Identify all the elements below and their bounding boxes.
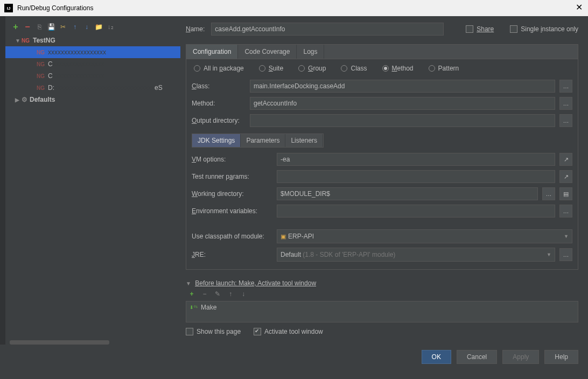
vm-options-label: VM options: <box>192 156 272 163</box>
sidebar: + − ⎘ 💾 ✂ ↑ ↓ 📁 ↓₂ ▼ NG TestNG NG xxxxxx… <box>5 16 180 345</box>
browse-output-button[interactable]: … <box>559 114 572 127</box>
settings-icon[interactable]: ✂ <box>58 22 68 32</box>
output-label: Output directory: <box>192 117 246 124</box>
expand-arrow-icon[interactable]: ▼ <box>15 38 22 44</box>
radio-class[interactable]: Class <box>341 65 367 72</box>
activate-tool-window-checkbox[interactable]: Activate tool window <box>254 328 323 335</box>
subtab-parameters[interactable]: Parameters <box>241 134 285 147</box>
module-icon: ▣ <box>281 233 286 240</box>
remove-config-icon[interactable]: − <box>23 22 32 32</box>
testng-icon: NG <box>22 38 30 44</box>
working-dir-input[interactable] <box>277 187 538 200</box>
browse-method-button[interactable]: … <box>559 97 572 110</box>
tree-item-prefix: C <box>48 60 53 68</box>
move-down-icon[interactable]: ↓ <box>82 22 92 32</box>
expand-vm-button[interactable]: ↗ <box>559 153 572 166</box>
radio-all-in-package[interactable]: All in package <box>194 65 244 72</box>
help-button[interactable]: Help <box>544 350 578 364</box>
testng-icon: NG <box>37 85 45 91</box>
browse-jre-button[interactable]: … <box>559 248 572 261</box>
classpath-module-select[interactable]: ▣ERP-API ▼ <box>277 229 572 243</box>
window-title: Run/Debug Configurations <box>17 4 93 12</box>
tree-item[interactable]: NG C xxxxxxxxxxxxxxxx <box>5 58 180 70</box>
tree-label: Defaults <box>30 96 55 103</box>
output-input[interactable] <box>250 114 555 127</box>
testng-icon: NG <box>37 73 45 79</box>
edit-task-icon[interactable]: ✎ <box>213 289 222 299</box>
radio-method[interactable]: Method <box>382 65 414 72</box>
tab-code-coverage[interactable]: Code Coverage <box>238 45 297 59</box>
jre-label: JRE: <box>192 251 272 258</box>
chevron-down-icon: ▼ <box>547 252 551 257</box>
obscured-text: xxxxxxxxxxxxxxxxxxxxxxxxxxxxxxx <box>54 84 155 92</box>
subtab-jdk[interactable]: JDK Settings <box>192 134 241 147</box>
vm-options-input[interactable] <box>277 153 555 166</box>
tab-configuration[interactable]: Configuration <box>186 45 238 59</box>
tree-node-testng[interactable]: ▼ NG TestNG <box>5 34 180 46</box>
jre-select[interactable]: Default (1.8 - SDK of 'ERP-API' module) … <box>277 248 555 262</box>
obscured-text: xxxxxxxxxxxxxxxxxx <box>48 48 106 56</box>
tree-item-prefix: D: <box>48 84 54 92</box>
sort-icon[interactable]: ↓₂ <box>106 22 115 32</box>
horizontal-scrollbar[interactable] <box>10 340 176 345</box>
add-task-icon[interactable]: + <box>187 289 197 299</box>
expand-runner-button[interactable]: ↗ <box>559 170 572 183</box>
browse-class-button[interactable]: … <box>559 80 572 93</box>
sub-tabs: JDK Settings Parameters Listeners <box>192 134 324 148</box>
config-tree: ▼ NG TestNG NG xxxxxxxxxxxxxxxxxx NG C x… <box>5 34 180 340</box>
test-kind-radios: All in package Suite Group Class Method … <box>186 59 578 78</box>
make-task-label: Make <box>201 304 216 311</box>
insert-macro-button[interactable]: ▤ <box>559 187 572 200</box>
method-input[interactable] <box>250 97 555 110</box>
expand-arrow-icon[interactable]: ▶ <box>15 97 22 103</box>
runner-params-input[interactable] <box>277 170 555 183</box>
tree-node-defaults[interactable]: ▶ ⚙ Defaults <box>5 94 180 106</box>
single-instance-checkbox[interactable]: Single instance only <box>510 25 578 33</box>
move-task-up-icon[interactable]: ↑ <box>226 289 235 299</box>
chevron-down-icon: ▼ <box>564 234 569 239</box>
cancel-button[interactable]: Cancel <box>457 350 497 364</box>
dialog-buttons: OK Cancel Apply Help <box>0 345 588 364</box>
copy-config-icon[interactable]: ⎘ <box>34 22 44 32</box>
close-icon[interactable]: ✕ <box>576 2 583 12</box>
working-dir-label: Working directory: <box>192 190 272 198</box>
class-input[interactable] <box>250 80 555 93</box>
app-icon: IJ <box>4 4 13 12</box>
move-up-icon[interactable]: ↑ <box>70 22 80 32</box>
save-config-icon[interactable]: 💾 <box>46 22 56 32</box>
show-page-checkbox[interactable]: Show this page <box>186 328 241 335</box>
add-config-icon[interactable]: + <box>11 22 20 32</box>
obscured-text: xxxxxxxxxxxxxxxx <box>53 60 104 68</box>
gear-icon: ⚙ <box>22 96 27 103</box>
radio-pattern[interactable]: Pattern <box>429 65 459 72</box>
list-item[interactable]: ⬇⁰¹ Make <box>190 304 575 311</box>
tree-item[interactable]: NG xxxxxxxxxxxxxxxxxx <box>5 46 180 58</box>
remove-task-icon[interactable]: − <box>200 289 209 299</box>
env-vars-label: Environment variables: <box>192 207 272 215</box>
share-checkbox[interactable]: Share <box>466 25 494 33</box>
runner-params-label: Test runner params: <box>192 173 272 180</box>
name-label: Name: <box>186 25 205 33</box>
testng-icon: NG <box>37 61 45 67</box>
move-task-down-icon[interactable]: ↓ <box>239 289 248 299</box>
subtab-listeners[interactable]: Listeners <box>285 134 323 147</box>
apply-button[interactable]: Apply <box>502 350 539 364</box>
radio-group[interactable]: Group <box>298 65 326 72</box>
edit-env-button[interactable]: … <box>559 205 572 217</box>
name-input[interactable] <box>211 23 444 36</box>
method-label: Method: <box>192 100 246 107</box>
window-titlebar: IJ Run/Debug Configurations ✕ <box>0 0 588 16</box>
ok-button[interactable]: OK <box>422 350 451 364</box>
tree-item[interactable]: NG D: xxxxxxxxxxxxxxxxxxxxxxxxxxxxxxx eS <box>5 82 180 94</box>
tab-logs[interactable]: Logs <box>297 45 324 59</box>
before-launch-list[interactable]: ⬇⁰¹ Make <box>186 301 578 322</box>
configuration-panel: Configuration Code Coverage Logs All in … <box>186 44 578 270</box>
env-vars-input[interactable] <box>277 205 555 217</box>
make-icon: ⬇⁰¹ <box>190 305 198 310</box>
before-launch-header[interactable]: ▼ Before launch: Make, Activate tool win… <box>186 279 578 287</box>
folder-icon[interactable]: 📁 <box>94 22 103 32</box>
browse-wd-button[interactable]: … <box>542 187 555 200</box>
radio-suite[interactable]: Suite <box>259 65 283 72</box>
dark-left-strip <box>0 16 5 345</box>
tree-item[interactable]: NG C xxxxxxxxxxxxxxxx <box>5 70 180 82</box>
